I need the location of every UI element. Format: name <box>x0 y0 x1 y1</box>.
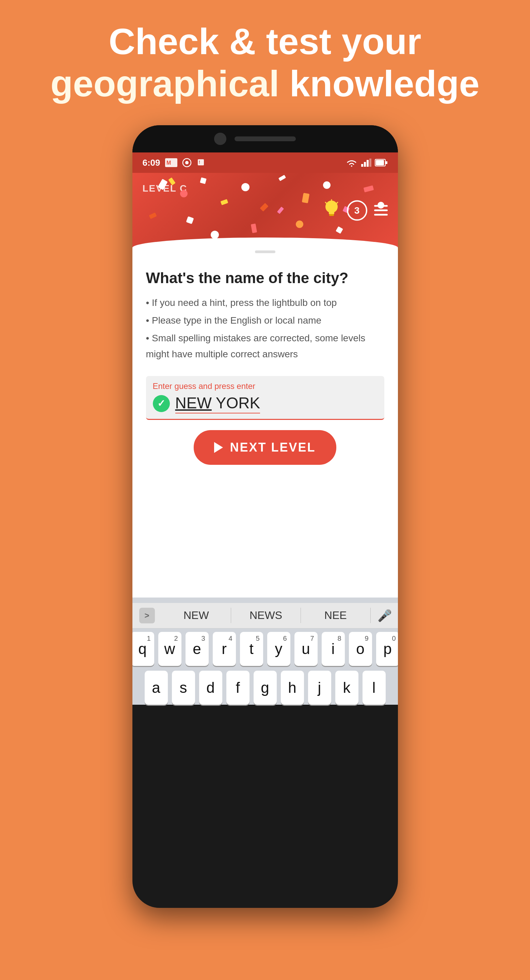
confetti-banner: LEVEL C <box>132 173 398 248</box>
key-w[interactable]: 2w <box>158 632 181 666</box>
header-line2: geographical knowledge <box>27 63 503 105</box>
speaker <box>234 137 296 141</box>
input-row: NEW YORK <box>153 394 376 414</box>
wifi-icon <box>345 158 358 167</box>
key-d[interactable]: d <box>199 671 222 705</box>
key-r[interactable]: 4r <box>213 632 236 666</box>
header-line2b: knowledge <box>290 63 480 104</box>
keyboard: 1q 2w 3e 4r 5t 6y 7u 8i 9o 0p a s <box>132 632 398 705</box>
phone-wrapper: 6:09 M ! <box>0 125 530 908</box>
svg-rect-12 <box>386 161 387 164</box>
question-title: What's the name of the city? <box>146 269 384 286</box>
next-level-button[interactable]: NEXT LEVEL <box>194 430 336 465</box>
key-e[interactable]: 3e <box>186 632 208 666</box>
status-time: 6:09 <box>143 158 160 168</box>
autocomplete-word-2[interactable]: NEWS <box>231 608 301 623</box>
key-s[interactable]: s <box>172 671 195 705</box>
key-a[interactable]: a <box>145 671 168 705</box>
svg-line-18 <box>325 202 326 204</box>
hints-section: • If you need a hint, press the lightbul… <box>146 295 384 362</box>
signal-icon <box>361 159 371 167</box>
autocomplete-word-1[interactable]: NEW <box>162 608 231 623</box>
svg-line-17 <box>337 202 338 204</box>
key-l[interactable]: l <box>363 671 386 705</box>
mic-icon[interactable]: 🎤 <box>377 609 391 622</box>
input-value: NEW YORK <box>175 394 260 414</box>
svg-text:M: M <box>166 160 171 166</box>
gmail-icon: M <box>165 158 177 167</box>
next-level-label: NEXT LEVEL <box>230 440 315 455</box>
key-j[interactable]: j <box>308 671 331 705</box>
input-value-part2: YORK <box>212 394 260 412</box>
key-t[interactable]: 5t <box>240 632 263 666</box>
menu-icon[interactable] <box>374 205 388 216</box>
key-y[interactable]: 6y <box>267 632 290 666</box>
status-left: 6:09 M ! <box>143 158 205 168</box>
scroll-indicator <box>132 248 398 256</box>
key-f[interactable]: f <box>226 671 250 705</box>
notification-icon: ! <box>196 158 205 167</box>
play-icon <box>214 442 223 453</box>
hint-3: • Small spelling mistakes are corrected,… <box>146 330 384 363</box>
key-q[interactable]: 1q <box>132 632 154 666</box>
header-line1: Check & test your <box>27 21 503 63</box>
main-content: What's the name of the city? • If you ne… <box>132 256 398 478</box>
header-section: Check & test your geographical knowledge <box>0 0 530 118</box>
keyboard-area: > NEW NEWS NEE 🎤 1q 2w 3e 4r 5t 6y <box>132 598 398 705</box>
key-g[interactable]: g <box>254 671 277 705</box>
status-bar: 6:09 M ! <box>132 153 398 173</box>
svg-rect-8 <box>367 160 369 167</box>
guess-input-container[interactable]: Enter guess and press enter NEW YORK <box>146 376 384 420</box>
svg-rect-15 <box>329 215 334 216</box>
keyboard-row-2: a s d f g h j k l <box>136 671 395 705</box>
keyboard-row-1: 1q 2w 3e 4r 5t 6y 7u 8i 9o 0p <box>136 632 395 666</box>
key-h[interactable]: h <box>281 671 304 705</box>
svg-rect-6 <box>361 164 363 167</box>
podcast-icon <box>182 158 192 167</box>
lightbulb-icon[interactable] <box>323 199 340 221</box>
hint-1: • If you need a hint, press the lightbul… <box>146 295 384 311</box>
next-button-wrapper: NEXT LEVEL <box>146 430 384 479</box>
banner-icons: 3 <box>323 199 388 221</box>
correct-check-icon <box>153 395 170 412</box>
autocomplete-word-3[interactable]: NEE <box>301 608 371 623</box>
key-p[interactable]: 0p <box>376 632 398 666</box>
key-k[interactable]: k <box>335 671 358 705</box>
autocomplete-arrow[interactable]: > <box>139 608 155 624</box>
empty-space <box>132 479 398 598</box>
battery-icon <box>375 159 388 166</box>
status-right <box>345 158 388 167</box>
key-u[interactable]: 7u <box>294 632 318 666</box>
svg-rect-14 <box>329 212 334 215</box>
svg-rect-7 <box>364 162 366 167</box>
key-o[interactable]: 9o <box>349 632 372 666</box>
autocomplete-bar: > NEW NEWS NEE 🎤 <box>132 603 398 628</box>
input-label: Enter guess and press enter <box>153 382 376 391</box>
level-number-badge: 3 <box>347 200 367 221</box>
svg-rect-11 <box>376 160 384 165</box>
phone-device: 6:09 M ! <box>132 125 398 908</box>
header-line2a: geographical <box>50 63 279 104</box>
phone-notch <box>132 125 398 153</box>
key-i[interactable]: 8i <box>322 632 345 666</box>
camera <box>214 133 226 145</box>
svg-point-13 <box>325 201 338 213</box>
hint-2: • Please type in the English or local na… <box>146 312 384 329</box>
svg-text:!: ! <box>199 160 200 165</box>
svg-rect-9 <box>369 159 371 167</box>
input-value-part1: NEW <box>175 394 212 412</box>
svg-point-3 <box>185 161 189 164</box>
